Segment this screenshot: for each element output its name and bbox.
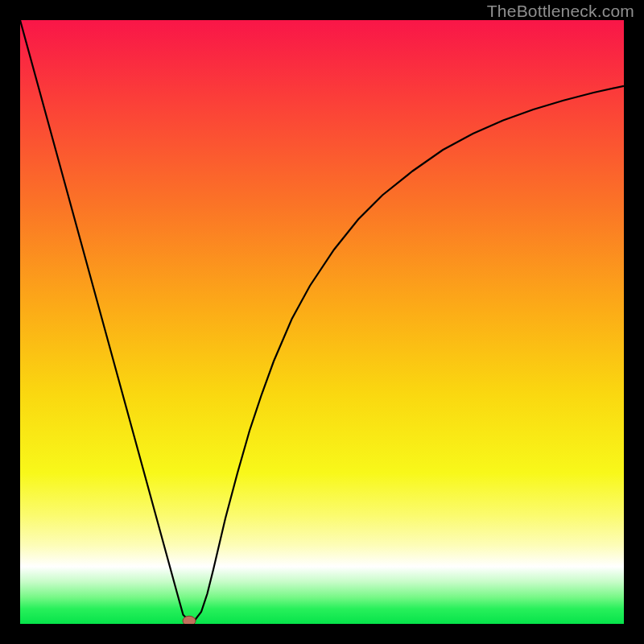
bottleneck-curve	[20, 20, 624, 621]
watermark-text: TheBottleneck.com	[487, 2, 634, 21]
plot-area	[20, 20, 624, 624]
outer-frame: TheBottleneck.com	[0, 0, 644, 644]
chart-svg	[20, 20, 624, 624]
minimum-marker	[183, 616, 196, 624]
